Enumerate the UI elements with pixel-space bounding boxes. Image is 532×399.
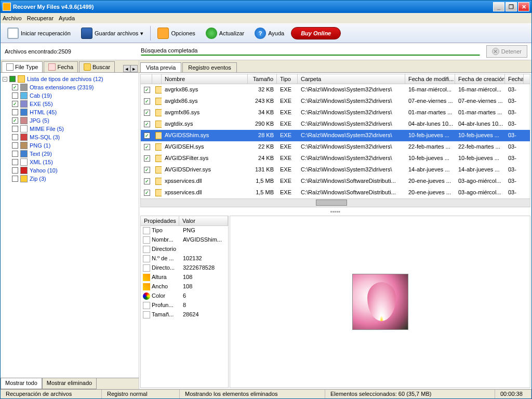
nav-right-icon[interactable]: ▸ <box>130 65 138 72</box>
menu-ayuda[interactable]: Ayuda <box>59 15 75 21</box>
checkbox[interactable] <box>12 142 18 149</box>
col-nombre[interactable]: Nombre <box>162 74 248 84</box>
iniciar-button[interactable]: Iniciar recuperación <box>4 25 74 42</box>
opciones-button[interactable]: Opciones <box>154 25 198 42</box>
prop-value: 102132 <box>183 255 226 262</box>
file-row[interactable]: ✓ xpsservices.dll 1,5 MB EXE C:\Raíz\Win… <box>141 187 530 198</box>
checkbox[interactable] <box>12 159 18 165</box>
cell-fmod: 20-ene-jueves ... <box>405 188 455 198</box>
tree-item[interactable]: ✓ JPG (5) <box>3 116 137 125</box>
tree-item[interactable]: Text (29) <box>3 150 137 158</box>
maximize-button[interactable]: ❐ <box>506 2 517 11</box>
tree-item[interactable]: PNG (1) <box>3 141 137 150</box>
tree-item[interactable]: Cab (19) <box>3 91 137 100</box>
tab-filetype[interactable]: File Type <box>2 61 43 72</box>
stop-label: Detener <box>501 48 522 55</box>
prop-row[interactable]: Nombr... AVGIDSShim... <box>141 235 228 245</box>
minimize-button[interactable]: _ <box>493 2 504 11</box>
col-propiedades[interactable]: Propiedades <box>141 216 179 225</box>
close-button[interactable]: ✕ <box>518 2 529 11</box>
guardar-button[interactable]: Guardar archivos▾ <box>77 25 147 42</box>
file-row[interactable]: ✓ AVGIDSFilter.sys 24 KB EXE C:\Raíz\Win… <box>141 153 530 164</box>
tree-item[interactable]: ✓ Otras extensiones (2319) <box>3 83 137 91</box>
col-fa[interactable]: Fecha t <box>505 74 524 84</box>
file-row[interactable]: ✓ AVGIDSDriver.sys 131 KB EXE C:\Raíz\Wi… <box>141 164 530 176</box>
checkbox[interactable] <box>9 76 16 82</box>
prop-row[interactable]: Altura 108 <box>141 273 228 282</box>
col-fmod[interactable]: Fecha de modifi... <box>405 74 455 84</box>
checkbox[interactable]: ✓ <box>144 155 150 162</box>
col-tamano[interactable]: Tamaño <box>248 74 277 84</box>
prop-row[interactable]: Tamañ... 28624 <box>141 310 228 320</box>
checkbox[interactable] <box>12 126 18 132</box>
cell-fa: 03- <box>505 96 524 107</box>
tree-item[interactable]: MS-SQL (3) <box>3 133 137 141</box>
col-carpeta[interactable]: Carpeta <box>298 74 405 84</box>
prop-row[interactable]: Tipo PNG <box>141 226 228 235</box>
collapse-icon[interactable]: - <box>3 77 7 82</box>
checkbox[interactable]: ✓ <box>144 167 150 173</box>
buy-online-button[interactable]: Buy Online <box>291 27 341 39</box>
file-row[interactable]: ✓ avgtdix.sys 290 KB EXE C:\Raíz\Windows… <box>141 118 530 130</box>
col-tipo[interactable]: Tipo <box>277 74 298 84</box>
file-row[interactable]: ✓ AVGIDSShim.sys 28 KB EXE C:\Raíz\Windo… <box>141 130 530 141</box>
col-fcre[interactable]: Fecha de creación <box>455 74 505 84</box>
prop-key: Directo... <box>152 264 183 272</box>
menu-recuperar[interactable]: Recuperar <box>27 15 54 21</box>
titlebar[interactable]: Recover My Files v4.9.6(1499) _ ❐ ✕ <box>1 1 531 13</box>
tree-item[interactable]: Zip (3) <box>3 175 137 183</box>
checkbox[interactable] <box>12 109 18 115</box>
tree-item[interactable]: MIME File (5) <box>3 125 137 133</box>
col-icon[interactable] <box>152 74 162 84</box>
file-row[interactable]: ✓ xpsservices.dll 1,5 MB EXE C:\Raíz\Win… <box>141 176 530 187</box>
horizontal-scrollbar[interactable] <box>141 198 530 207</box>
tab-mostrar-todo[interactable]: Mostrar todo <box>1 378 42 389</box>
prop-row[interactable]: Profun... 8 <box>141 301 228 310</box>
tab-fecha[interactable]: Fecha <box>44 61 78 72</box>
stop-button[interactable]: ✕Detener <box>486 45 527 58</box>
checkbox[interactable]: ✓ <box>12 101 18 107</box>
checkbox[interactable]: ✓ <box>144 178 150 184</box>
file-row[interactable]: ✓ avgmfx86.sys 34 KB EXE C:\Raíz\Windows… <box>141 107 530 118</box>
tree-item[interactable]: XML (15) <box>3 158 137 166</box>
nav-left-icon[interactable]: ◂ <box>123 65 130 72</box>
file-row[interactable]: ✓ avgldx86.sys 243 KB EXE C:\Raíz\Window… <box>141 96 530 107</box>
checkbox[interactable]: ✓ <box>144 121 150 127</box>
checkbox[interactable]: ✓ <box>12 117 18 124</box>
col-valor[interactable]: Valor <box>179 216 228 225</box>
tree-item[interactable]: Yahoo (10) <box>3 166 137 175</box>
checkbox[interactable]: ✓ <box>144 132 150 139</box>
checkbox[interactable] <box>12 167 18 174</box>
ayuda-button[interactable]: ?Ayuda <box>251 25 288 42</box>
checkbox[interactable]: ✓ <box>144 98 150 104</box>
col-check[interactable] <box>141 74 152 84</box>
checkbox[interactable]: ✓ <box>144 87 150 93</box>
checkbox[interactable] <box>12 92 18 99</box>
checkbox[interactable]: ✓ <box>144 144 150 150</box>
cell-fcre: 07-ene-viernes ... <box>455 96 505 107</box>
prop-row[interactable]: Color 6 <box>141 291 228 301</box>
scrollbar-thumb[interactable] <box>316 200 347 206</box>
prop-row[interactable]: Directorio <box>141 245 228 254</box>
checkbox[interactable] <box>12 134 18 140</box>
tab-buscar[interactable]: Buscar <box>79 61 115 72</box>
tree-item[interactable]: HTML (45) <box>3 108 137 116</box>
prop-row[interactable]: N.º de ... 102132 <box>141 254 228 263</box>
tab-registro-eventos[interactable]: Registro eventos <box>182 62 237 72</box>
tab-vista-previa[interactable]: Vista previa <box>140 62 181 72</box>
checkbox[interactable]: ✓ <box>12 84 18 90</box>
checkbox[interactable]: ✓ <box>144 190 150 196</box>
file-row[interactable]: ✓ avgrkx86.sys 32 KB EXE C:\Raíz\Windows… <box>141 84 530 96</box>
gripper-icon[interactable]: ▪▪▪▪▪ <box>139 208 531 215</box>
checkbox[interactable] <box>12 151 18 157</box>
tree-item[interactable]: ✓ EXE (55) <box>3 100 137 108</box>
prop-row[interactable]: Directo... 3222678528 <box>141 263 228 273</box>
prop-row[interactable]: Ancho 108 <box>141 282 228 291</box>
checkbox[interactable] <box>12 176 18 182</box>
tab-mostrar-eliminado[interactable]: Mostrar eliminado <box>42 378 97 389</box>
actualizar-button[interactable]: Actualizar <box>202 25 248 42</box>
menu-archivo[interactable]: Archivo <box>3 15 22 21</box>
file-row[interactable]: ✓ AVGIDSEH.sys 22 KB EXE C:\Raíz\Windows… <box>141 141 530 153</box>
tree-root[interactable]: - Lista de tipos de archivos (12) <box>3 75 137 83</box>
checkbox[interactable]: ✓ <box>144 110 150 116</box>
